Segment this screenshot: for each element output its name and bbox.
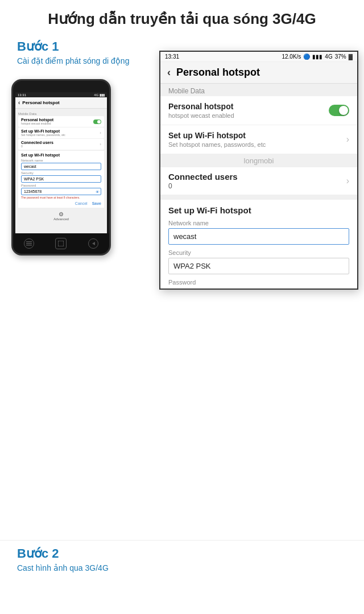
small-setup-wifi-row: Set up Wi-Fi hotspot Set hotspot names, …	[18, 127, 104, 138]
small-wifi-panel: Set up Wi-Fi hotspot Network name wecast…	[18, 151, 104, 208]
small-security-input[interactable]: WPA2 PSK	[21, 175, 101, 183]
big-bluetooth-icon: 🔵	[303, 53, 310, 60]
phone-nav-home-icon[interactable]	[55, 238, 67, 249]
step2-label: Bước 2	[0, 546, 364, 563]
phone-small-mockup: 13:31 4G ▮▮▮ ‹ Personal hotspot Mobile D…	[11, 79, 111, 256]
phone-nav-back-icon[interactable]	[88, 238, 98, 249]
small-time: 13:31	[18, 93, 26, 97]
small-cancel-button[interactable]: Cancel	[75, 201, 88, 205]
svg-rect-0	[26, 241, 32, 242]
step1-section: Bước 1 Cài đặt điểm phát sóng di động 13…	[0, 34, 364, 278]
phone-big-screenshot: 13:31 12.0K/s 🔵 ▮▮▮ 4G 37% ▓ ‹ Personal …	[159, 51, 358, 290]
big-hotspot-row[interactable]: Personal hotspot hotspot wecast enabled	[160, 96, 357, 125]
big-setup-row[interactable]: Set up Wi-Fi hotspot Set hotspot names, …	[160, 125, 357, 154]
big-body: Mobile Data Personal hotspot hotspot wec…	[160, 84, 357, 286]
small-action-buttons: Cancel Save	[21, 201, 101, 205]
wifi-panel-title: Set up Wi-Fi hotspot	[168, 205, 349, 215]
page-title: Hướng dẫn truyền tải qua sóng 3G/4G	[0, 0, 364, 34]
step2-description: Cast hình ảnh qua 3G/4G	[0, 563, 364, 578]
big-toggle[interactable]	[329, 105, 349, 116]
big-back-button[interactable]: ‹	[167, 67, 171, 79]
wifi-setup-panel: Set up Wi-Fi hotspot Network name Securi…	[160, 200, 357, 286]
small-password-label: Password	[21, 184, 101, 187]
small-eye-icon: 👁	[96, 189, 100, 193]
svg-marker-4	[92, 242, 95, 245]
big-speed: 12.0K/s	[282, 53, 301, 60]
network-name-input[interactable]	[168, 228, 349, 245]
small-password-input[interactable]: 12345678	[21, 188, 101, 195]
big-setup-sub: Set hotspot names, passwords, etc	[168, 141, 266, 148]
big-battery-bar: ▓	[349, 53, 353, 60]
big-hotspot-title: Personal hotspot	[168, 102, 234, 111]
small-security-label: Security	[21, 171, 101, 175]
big-connected-chevron: ›	[346, 176, 349, 186]
big-time: 13:31	[165, 53, 179, 60]
small-password-hint: The password must have at least 8 charac…	[21, 196, 101, 199]
big-connected-count: 0	[168, 182, 238, 190]
small-password-group: Password 12345678 👁 The password must ha…	[21, 184, 101, 199]
step2-section: Bước 2 Cast hình ảnh qua 3G/4G China Uni…	[0, 540, 364, 614]
big-header: ‹ Personal hotspot	[160, 62, 357, 84]
big-battery-icon: 37%	[335, 53, 346, 60]
small-connected-title: Connected users	[21, 141, 53, 145]
small-chevron-icon: ›	[100, 130, 101, 135]
small-connected-count: 0	[21, 145, 53, 148]
big-hotspot-info: Personal hotspot hotspot wecast enabled	[168, 102, 234, 119]
watermark-text: longmobi	[160, 154, 357, 167]
network-name-label: Network name	[168, 220, 349, 226]
svg-rect-3	[58, 241, 64, 246]
phone-small-screen: 13:31 4G ▮▮▮ ‹ Personal hotspot Mobile D…	[15, 92, 107, 233]
small-network-group: Network name wecast	[21, 159, 101, 170]
big-connected-title: Connected users	[168, 172, 238, 182]
big-mobile-data-label: Mobile Data	[160, 84, 357, 96]
big-network: 4G	[325, 53, 332, 60]
security-group: Security	[168, 249, 349, 274]
big-statusbar: 13:31 12.0K/s 🔵 ▮▮▮ 4G 37% ▓	[160, 52, 357, 62]
small-advanced: ⚙ Advanced	[18, 211, 104, 221]
small-hotspot-title: Personal hotspot	[21, 118, 53, 122]
phone-nav-menu-icon[interactable]	[24, 238, 34, 249]
security-input[interactable]	[168, 258, 349, 274]
password-group: Password 👁 The password must have at lea…	[168, 279, 349, 286]
small-advanced-label: Advanced	[18, 217, 104, 221]
small-signal: 4G ▮▮▮	[94, 93, 105, 97]
small-network-input[interactable]: wecast	[21, 163, 101, 170]
small-security-group: Security WPA2 PSK	[21, 171, 101, 183]
big-setup-title: Set up Wi-Fi hotspot	[168, 131, 266, 140]
big-signal-icon: ▮▮▮	[312, 53, 322, 60]
security-label: Security	[168, 249, 349, 256]
small-wifi-panel-title: Set up Wi-Fi hotspot	[21, 153, 101, 157]
small-hotspot-row: Personal hotspot hotspot wecast enabled	[18, 116, 104, 127]
big-status-icons: 12.0K/s 🔵 ▮▮▮ 4G 37% ▓	[282, 53, 353, 60]
step2-content: China Unicom ▮▮ 15:16 A AppGallery ▶ You…	[0, 578, 364, 614]
small-toggle[interactable]	[93, 119, 101, 124]
small-header: ‹ Personal hotspot	[15, 97, 107, 109]
big-setup-chevron: ›	[346, 134, 349, 145]
small-gear-icon: ⚙	[59, 211, 64, 217]
phone-small-bottom-nav	[13, 233, 109, 254]
small-statusbar: 13:31 4G ▮▮▮	[15, 92, 107, 97]
small-setup-sub: Set hotspot names, passwords, etc	[21, 133, 65, 137]
svg-rect-1	[26, 243, 32, 244]
big-connected-row[interactable]: Connected users 0 ›	[160, 167, 357, 195]
big-hotspot-sub: hotspot wecast enabled	[168, 112, 234, 119]
big-connected-info: Connected users 0	[168, 172, 238, 190]
small-body: Mobile Data Personal hotspot hotspot wec…	[15, 109, 107, 222]
password-label: Password	[168, 279, 349, 286]
small-hotspot-sub: hotspot wecast enabled	[21, 122, 53, 125]
big-setup-info: Set up Wi-Fi hotspot Set hotspot names, …	[168, 131, 266, 148]
network-name-group: Network name	[168, 220, 349, 245]
small-connected-row: Connected users 0 ›	[18, 139, 104, 150]
small-network-label: Network name	[21, 159, 101, 162]
small-save-button[interactable]: Save	[92, 201, 101, 205]
svg-rect-2	[26, 245, 32, 246]
small-connected-chevron: ›	[100, 142, 101, 147]
small-setup-title: Set up Wi-Fi hotspot	[21, 129, 65, 133]
small-header-title: Personal hotspot	[22, 100, 59, 105]
small-mobile-data-label: Mobile Data	[18, 112, 104, 116]
big-header-title: Personal hotspot	[176, 67, 260, 79]
small-back-icon: ‹	[18, 100, 20, 106]
